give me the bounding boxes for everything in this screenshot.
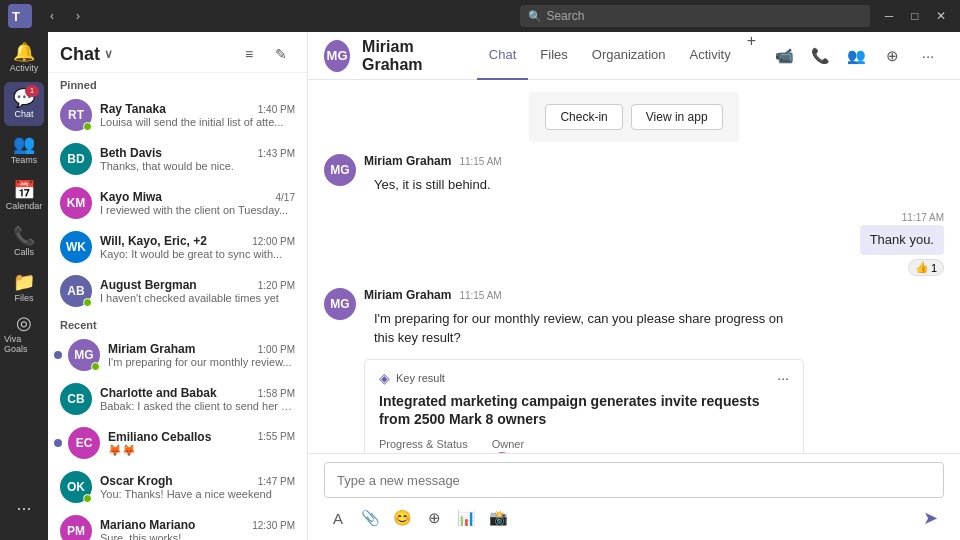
key-result-label: ◈ Key result — [379, 370, 445, 386]
chat-header-actions: 📹 📞 👥 ⊕ ··· — [768, 40, 944, 72]
message-bubble: Yes, it is still behind. — [364, 170, 502, 200]
compose-button[interactable]: ✎ — [267, 40, 295, 68]
chat-tabs: Chat Files Organization Activity + — [477, 32, 756, 80]
tab-organization[interactable]: Organization — [580, 32, 678, 80]
message-avatar: MG — [324, 154, 356, 186]
chat-list-title[interactable]: Chat ∨ — [60, 44, 113, 65]
list-item[interactable]: CB Charlotte and Babak 1:58 PM Babak: I … — [48, 377, 307, 421]
tab-activity[interactable]: Activity — [677, 32, 742, 80]
tab-chat[interactable]: Chat — [477, 32, 528, 80]
list-item[interactable]: WK Will, Kayo, Eric, +2 12:00 PM Kayo: I… — [48, 225, 307, 269]
apps-button[interactable]: ⊕ — [876, 40, 908, 72]
message-avatar: MG — [324, 288, 356, 320]
top-view-in-app-button[interactable]: View in app — [631, 104, 723, 130]
chat-item-info: Emiliano Ceballos 1:55 PM 🦊🦊 — [108, 430, 295, 457]
message-input[interactable] — [337, 473, 907, 488]
sidebar-item-activity[interactable]: 🔔 Activity — [4, 36, 44, 80]
chat-list-actions: ≡ ✎ — [235, 40, 295, 68]
message-content: Miriam Graham 11:15 AM I'm preparing for… — [364, 288, 804, 453]
message-bubble: Thank you. — [860, 225, 944, 255]
send-button[interactable]: ➤ — [916, 504, 944, 532]
key-result-meta: Progress & Status 987 (Behind) Owner — [379, 438, 789, 453]
chevron-down-icon: ∨ — [104, 47, 113, 61]
avatar: RT — [60, 99, 92, 131]
audio-call-button[interactable]: 📞 — [804, 40, 836, 72]
format-button[interactable]: A — [324, 504, 352, 532]
sidebar: 🔔 Activity 💬 1 Chat 👥 Teams 📅 Calendar 📞… — [0, 32, 48, 540]
titlebar-nav: ‹ › — [40, 4, 90, 28]
list-item[interactable]: KM Kayo Miwa 4/17 I reviewed with the cl… — [48, 181, 307, 225]
online-indicator — [83, 298, 92, 307]
reaction-badge: 👍 1 — [908, 259, 944, 276]
close-button[interactable]: ✕ — [930, 5, 952, 27]
sidebar-item-goals[interactable]: ◎ Viva Goals — [4, 312, 44, 356]
message-row: MG Miriam Graham 11:15 AM I'm preparing … — [324, 288, 944, 453]
teams-logo-icon: T — [8, 4, 32, 28]
add-tab-button[interactable]: + — [747, 32, 756, 80]
chat-icon: 💬 1 — [13, 89, 35, 107]
goals-icon: ◎ — [16, 314, 32, 332]
back-button[interactable]: ‹ — [40, 4, 64, 28]
avatar: MG — [68, 339, 100, 371]
messages-area: Check-in View in app MG Miriam Graham 11… — [308, 80, 960, 453]
top-card-container: Check-in View in app — [324, 92, 944, 142]
sidebar-more-button[interactable]: ··· — [4, 486, 44, 530]
input-toolbar: A 📎 😊 ⊕ 📊 📸 ➤ — [324, 504, 944, 532]
meet-button[interactable]: 📸 — [484, 504, 512, 532]
avatar: AB — [60, 275, 92, 307]
forward-button[interactable]: › — [66, 4, 90, 28]
more-options-button[interactable]: ··· — [912, 40, 944, 72]
message-content: 11:17 AM Thank you. 👍 1 — [860, 212, 944, 276]
chat-item-info: Beth Davis 1:43 PM Thanks, that would be… — [100, 146, 295, 172]
avatar: EC — [68, 427, 100, 459]
sidebar-item-files[interactable]: 📁 Files — [4, 266, 44, 310]
emoji-button[interactable]: 😊 — [388, 504, 416, 532]
avatar: KM — [60, 187, 92, 219]
calls-icon: 📞 — [13, 227, 35, 245]
list-item[interactable]: RT Ray Tanaka 1:40 PM Louisa will send t… — [48, 93, 307, 137]
sidebar-item-calls[interactable]: 📞 Calls — [4, 220, 44, 264]
filter-button[interactable]: ≡ — [235, 40, 263, 68]
message-input-area: A 📎 😊 ⊕ 📊 📸 ➤ — [308, 453, 960, 540]
list-item[interactable]: BD Beth Davis 1:43 PM Thanks, that would… — [48, 137, 307, 181]
chat-item-info: Ray Tanaka 1:40 PM Louisa will send the … — [100, 102, 295, 128]
calendar-icon: 📅 — [13, 181, 35, 199]
sidebar-item-chat[interactable]: 💬 1 Chat — [4, 82, 44, 126]
list-item[interactable]: AB August Bergman 1:20 PM I haven't chec… — [48, 269, 307, 313]
online-indicator — [91, 362, 100, 371]
contact-avatar: MG — [324, 40, 350, 72]
message-content: Miriam Graham 11:15 AM Yes, it is still … — [364, 154, 502, 200]
online-indicator — [83, 494, 92, 503]
titlebar: T ‹ › 🔍 ··· MG ─ □ ✕ — [0, 0, 960, 32]
top-card: Check-in View in app — [529, 92, 738, 142]
maximize-button[interactable]: □ — [904, 5, 926, 27]
search-container: 🔍 — [520, 5, 870, 27]
list-item[interactable]: EC Emiliano Ceballos 1:55 PM 🦊🦊 — [48, 421, 307, 465]
attach-button[interactable]: 📎 — [356, 504, 384, 532]
video-call-button[interactable]: 📹 — [768, 40, 800, 72]
sidebar-item-calendar[interactable]: 📅 Calendar — [4, 174, 44, 218]
search-input[interactable] — [520, 5, 870, 27]
message-input-box — [324, 462, 944, 498]
files-icon: 📁 — [13, 273, 35, 291]
list-item[interactable]: OK Oscar Krogh 1:47 PM You: Thanks! Have… — [48, 465, 307, 509]
gif-button[interactable]: ⊕ — [420, 504, 448, 532]
contact-name: Miriam Graham — [362, 38, 457, 74]
key-result-more-button[interactable]: ··· — [777, 370, 789, 386]
teams-icon: 👥 — [13, 135, 35, 153]
list-item[interactable]: MG Miriam Graham 1:00 PM I'm preparing f… — [48, 333, 307, 377]
tab-files[interactable]: Files — [528, 32, 579, 80]
sticker-button[interactable]: 📊 — [452, 504, 480, 532]
chat-list-header: Chat ∨ ≡ ✎ — [48, 32, 307, 73]
sidebar-item-teams[interactable]: 👥 Teams — [4, 128, 44, 172]
list-item[interactable]: PM Mariano Mariano 12:30 PM Sure, this w… — [48, 509, 307, 540]
minimize-button[interactable]: ─ — [878, 5, 900, 27]
add-people-button[interactable]: 👥 — [840, 40, 872, 72]
avatar: WK — [60, 231, 92, 263]
chat-item-info: Charlotte and Babak 1:58 PM Babak: I ask… — [100, 386, 295, 412]
top-check-in-button[interactable]: Check-in — [545, 104, 622, 130]
message-row-outgoing: 11:17 AM Thank you. 👍 1 — [324, 212, 944, 276]
message-row: MG Miriam Graham 11:15 AM Yes, it is sti… — [324, 154, 944, 200]
owner-meta: Owner MB Megan Bowen — [492, 438, 595, 453]
chat-item-info: Oscar Krogh 1:47 PM You: Thanks! Have a … — [100, 474, 295, 500]
